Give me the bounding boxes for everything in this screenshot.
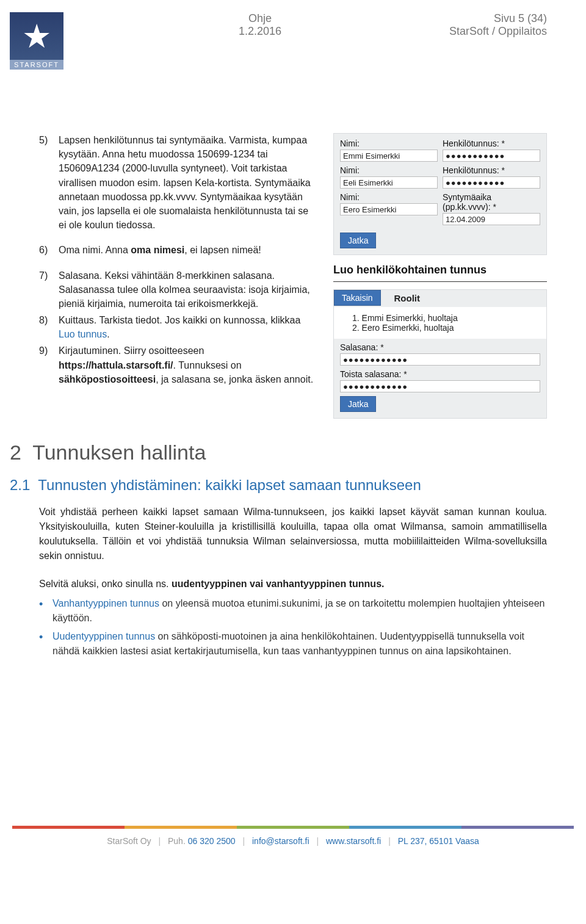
page-number: Sivu 5 (34) xyxy=(449,12,547,25)
section-heading: 2 Tunnuksen hallinta xyxy=(10,441,547,464)
bullet-item: • Vanhantyyppinen tunnus on yleensä muot… xyxy=(39,596,547,626)
name-input-3[interactable]: Eero Esimerkki xyxy=(340,203,438,215)
label-password: Salasana: * xyxy=(340,342,540,352)
ssn-input-2[interactable]: ●●●●●●●●●●● xyxy=(443,176,540,189)
footer-email: info@starsoft.fi xyxy=(252,836,309,846)
star-icon: ★ xyxy=(22,20,51,52)
item-5-text: Lapsen henkilötunnus tai syntymäaika. Va… xyxy=(59,133,319,232)
doc-source: StarSoft / Oppilaitos xyxy=(449,25,547,38)
page-header: ★ STARSOFT Ohje 1.2.2016 Sivu 5 (34) Sta… xyxy=(39,12,547,72)
header-right: Sivu 5 (34) StarSoft / Oppilaitos xyxy=(449,12,547,38)
item-8-text: Kuittaus. Tarkista tiedot. Jos kaikki on… xyxy=(59,313,319,341)
label-name: Nimi: xyxy=(340,165,438,175)
password-repeat-input[interactable]: ●●●●●●●●●●●● xyxy=(340,380,540,392)
label-birthdate: Syntymäaika (pp.kk.vvvv): * xyxy=(443,192,540,212)
footer-web: www.starsoft.fi xyxy=(326,836,381,846)
logo-text: STARSOFT xyxy=(10,60,63,70)
password-input[interactable]: ●●●●●●●●●●●● xyxy=(340,353,540,366)
bullet-dot-icon: • xyxy=(39,596,52,626)
doc-type: Ohje xyxy=(71,12,449,25)
role-item: 2. Eero Esimerkki, huoltaja xyxy=(352,323,540,333)
name-input-1[interactable]: Emmi Esimerkki xyxy=(340,150,438,162)
ssn-input-1[interactable]: ●●●●●●●●●●● xyxy=(443,150,540,162)
starsoft-logo: ★ STARSOFT xyxy=(10,12,63,72)
back-button[interactable]: Takaisin xyxy=(334,290,381,306)
label-name: Nimi: xyxy=(340,192,438,202)
name-input-2[interactable]: Eeli Esimerkki xyxy=(340,176,438,189)
item-number: 8) xyxy=(39,313,59,341)
label-password-repeat: Toista salasana: * xyxy=(340,369,540,379)
footer-company: StarSoft Oy xyxy=(107,836,151,846)
item-6-text: Oma nimi. Anna oma nimesi, ei lapsen nim… xyxy=(59,243,319,257)
bullet-item: • Uudentyyppinen tunnus on sähköposti-mu… xyxy=(39,629,547,659)
item-number: 7) xyxy=(39,269,59,311)
label-ssn: Henkilötunnus: * xyxy=(443,165,540,175)
doc-date: 1.2.2016 xyxy=(71,25,449,38)
instructions-column: 5) Lapsen henkilötunnus tai syntymäaika.… xyxy=(39,133,319,389)
role-item: 1. Emmi Esimerkki, huoltaja xyxy=(352,313,540,323)
item-number: 5) xyxy=(39,133,59,232)
continue-button[interactable]: Jatka xyxy=(340,233,376,248)
footer-phone: Puh. 06 320 2500 xyxy=(168,836,236,846)
subsection-heading: 2.1 Tunnusten yhdistäminen: kaikki lapse… xyxy=(10,477,547,494)
label-ssn: Henkilötunnus: * xyxy=(443,139,540,148)
birthdate-input-3[interactable]: 12.04.2009 xyxy=(443,213,540,225)
item-number: 9) xyxy=(39,344,59,386)
roles-panel: Takaisin Roolit 1. Emmi Esimerkki, huolt… xyxy=(333,289,547,419)
footer-address: PL 237, 65101 Vaasa xyxy=(398,836,479,846)
create-account-title: Luo henkilökohtainen tunnus xyxy=(333,264,547,276)
item-9-text: Kirjautuminen. Siirry osoitteeseen https… xyxy=(59,344,319,386)
paragraph: Voit yhdistää perheen kaikki lapset sama… xyxy=(39,505,547,563)
person-form-panel: Nimi: Emmi Esimerkki Henkilötunnus: * ●●… xyxy=(333,133,547,255)
bullet-list: • Vanhantyyppinen tunnus on yleensä muot… xyxy=(39,596,547,659)
divider xyxy=(333,281,547,282)
item-7-text: Salasana. Keksi vähintään 8-merkkinen sa… xyxy=(59,269,319,311)
bullet-dot-icon: • xyxy=(39,629,52,659)
continue-button[interactable]: Jatka xyxy=(340,396,376,412)
item-number: 6) xyxy=(39,243,59,257)
paragraph: Selvitä aluksi, onko sinulla ns. uudenty… xyxy=(39,577,547,591)
label-name: Nimi: xyxy=(340,139,438,148)
header-center: Ohje 1.2.2016 xyxy=(71,12,449,38)
footer-color-bar xyxy=(12,826,574,829)
roles-heading: Roolit xyxy=(383,290,420,307)
page-footer: StarSoft Oy | Puh. 06 320 2500 | info@st… xyxy=(0,836,586,846)
